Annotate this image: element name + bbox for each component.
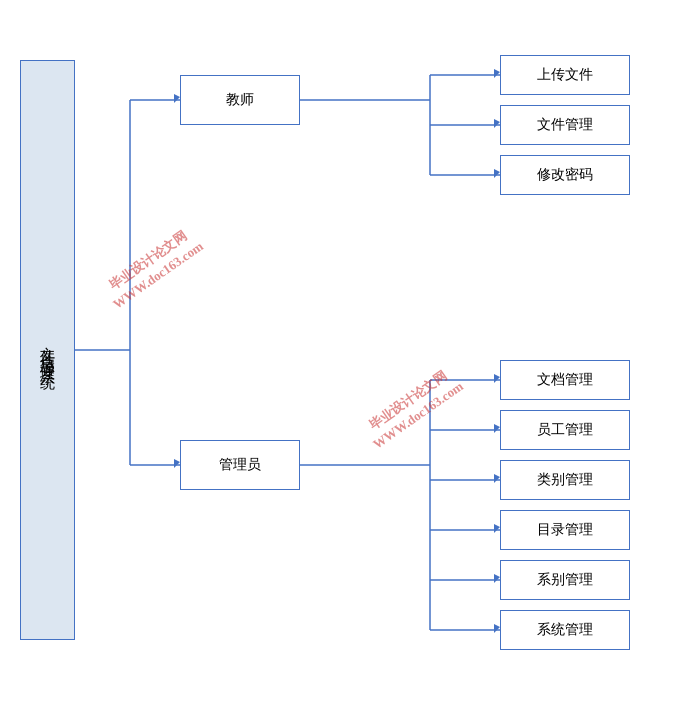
upload-file-box: 上传文件	[500, 55, 630, 95]
staff-manage-box: 员工管理	[500, 410, 630, 450]
dept-manage-box: 系别管理	[500, 560, 630, 600]
system-manage-box: 系统管理	[500, 610, 630, 650]
teacher-box: 教师	[180, 75, 300, 125]
change-password-box: 修改密码	[500, 155, 630, 195]
file-manage-box: 文件管理	[500, 105, 630, 145]
diagram: 文件信息管理系统 教师 管理员 上传文件 文件管理 修改密码 文档管理 员工管理…	[0, 0, 696, 714]
watermark-2: 毕业设计论文网 WWW.doc163.com	[359, 363, 467, 454]
directory-manage-box: 目录管理	[500, 510, 630, 550]
admin-box: 管理员	[180, 440, 300, 490]
main-system-box: 文件信息管理系统	[20, 60, 75, 640]
category-manage-box: 类别管理	[500, 460, 630, 500]
doc-manage-box: 文档管理	[500, 360, 630, 400]
watermark-1: 毕业设计论文网 WWW.doc163.com	[99, 223, 207, 314]
